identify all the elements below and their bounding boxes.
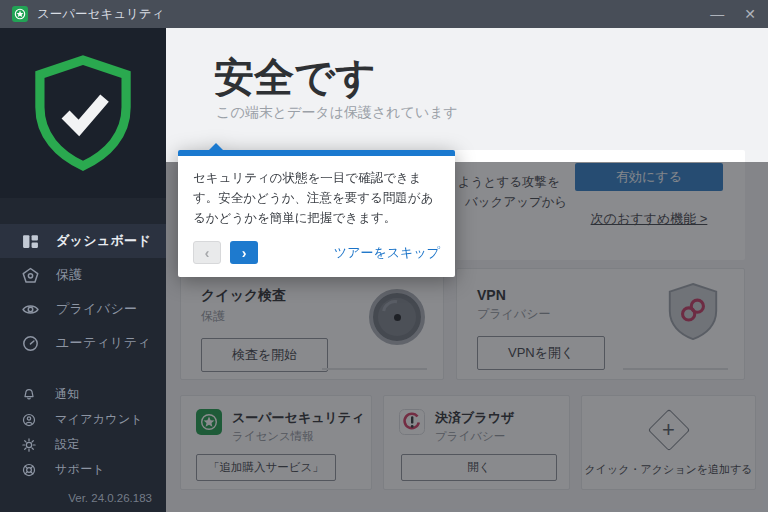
dashboard-content: ようとする攻撃を バックアップから 有効にする 次のおすすめ機能 > クイック検… <box>166 150 768 512</box>
tour-next-button[interactable]: › <box>230 241 258 264</box>
tour-skip-link[interactable]: ツアーをスキップ <box>334 244 440 262</box>
sidebar-item-label: 通知 <box>55 386 80 403</box>
sidebar-item-settings[interactable]: 設定 <box>0 432 166 457</box>
brand-shield-logo <box>0 28 166 198</box>
titlebar: スーパーセキュリティ — ✕ <box>0 0 768 28</box>
dashboard-icon <box>22 233 39 250</box>
account-icon <box>22 413 36 427</box>
app-window: スーパーセキュリティ — ✕ ダッシュボード 保護 <box>0 0 768 512</box>
sidebar: ダッシュボード 保護 プライバシー ユーティリティ <box>0 28 166 512</box>
app-logo-icon <box>12 6 28 22</box>
sidebar-item-notifications[interactable]: 通知 <box>0 382 166 407</box>
support-lifebuoy-icon <box>22 463 36 477</box>
sidebar-item-label: マイアカウント <box>55 411 143 428</box>
tooltip-caret-up-icon <box>208 143 224 151</box>
privacy-eye-icon <box>22 301 39 318</box>
status-title: 安全です <box>214 50 376 105</box>
sidebar-item-utility[interactable]: ユーティリティ <box>0 326 166 360</box>
protection-pentagon-icon <box>22 267 39 284</box>
sidebar-item-label: サポート <box>55 461 105 478</box>
sidebar-item-label: ダッシュボード <box>56 232 151 250</box>
sidebar-item-account[interactable]: マイアカウント <box>0 407 166 432</box>
sidebar-item-privacy[interactable]: プライバシー <box>0 292 166 326</box>
sidebar-item-dashboard[interactable]: ダッシュボード <box>0 224 166 258</box>
sidebar-item-label: プライバシー <box>56 300 137 318</box>
utility-gauge-icon <box>22 335 39 352</box>
status-subtitle: この端末とデータは保護されています <box>216 104 458 122</box>
gear-icon <box>22 438 36 452</box>
window-title: スーパーセキュリティ <box>37 6 164 23</box>
sidebar-item-protection[interactable]: 保護 <box>0 258 166 292</box>
tour-prev-button[interactable]: ‹ <box>193 241 221 264</box>
sidebar-item-label: ユーティリティ <box>56 334 151 352</box>
sidebar-item-label: 保護 <box>56 266 83 284</box>
sidebar-secondary-nav: 通知 マイアカウント 設定 サポート <box>0 382 166 482</box>
close-icon[interactable]: ✕ <box>744 7 756 21</box>
tooltip-text: セキュリティの状態を一目で確認できます。安全かどうか、注意を要する問題があるかど… <box>193 168 440 228</box>
shield-check-icon <box>31 54 135 172</box>
tour-tooltip: セキュリティの状態を一目で確認できます。安全かどうか、注意を要する問題があるかど… <box>178 143 455 277</box>
minimize-icon[interactable]: — <box>710 7 724 21</box>
sidebar-item-support[interactable]: サポート <box>0 457 166 482</box>
bell-icon <box>22 388 36 402</box>
status-header: 安全です この端末とデータは保護されています <box>166 28 768 150</box>
sidebar-primary-nav: ダッシュボード 保護 プライバシー ユーティリティ <box>0 224 166 360</box>
app-version: Ver. 24.0.26.183 <box>68 492 152 504</box>
sidebar-item-label: 設定 <box>55 436 80 453</box>
